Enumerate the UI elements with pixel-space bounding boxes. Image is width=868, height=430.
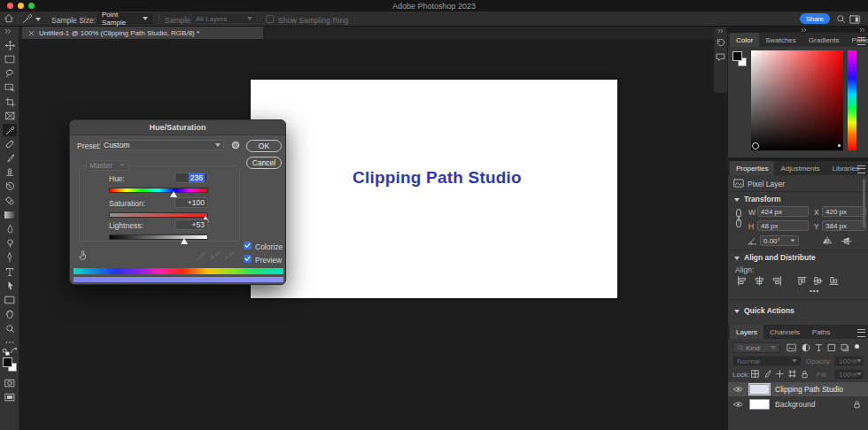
zoom-tool[interactable] [3, 322, 17, 334]
document-tab[interactable]: Untitled-1 @ 100% (Clipping Path Studio,… [22, 27, 263, 39]
lock-all-button[interactable] [801, 370, 809, 379]
workspace-switcher-button[interactable] [849, 15, 860, 24]
chevron-down-icon[interactable] [35, 18, 41, 21]
crop-tool[interactable] [3, 96, 17, 108]
panel-menu-icon[interactable] [857, 329, 865, 337]
flip-vertical-button[interactable] [841, 236, 852, 246]
eyedropper-tool[interactable] [3, 124, 17, 136]
rectangle-tool[interactable] [3, 294, 17, 306]
align-center-horizontal-button[interactable] [755, 276, 764, 286]
layer-name[interactable]: Background [775, 400, 853, 409]
layer-row-clipping-path-studio[interactable]: Clipping Path Studio [728, 382, 868, 396]
layer-thumbnail[interactable] [749, 399, 770, 410]
flip-horizontal-button[interactable] [822, 236, 833, 246]
align-distribute-header[interactable]: Align and Distribute [744, 253, 816, 262]
hue-slider-thumb[interactable] [170, 191, 177, 197]
panel-menu-icon[interactable] [857, 37, 865, 45]
expand-panels-button[interactable] [717, 28, 724, 34]
saturation-slider[interactable] [109, 212, 208, 218]
filter-type-button[interactable] [815, 343, 823, 352]
color-swatch-pair[interactable] [732, 51, 748, 67]
x-field[interactable]: 420 px [822, 206, 866, 217]
preset-options-button[interactable] [230, 140, 241, 150]
colorize-checkbox[interactable] [244, 242, 252, 250]
type-tool[interactable] [3, 265, 17, 278]
angle-field[interactable]: 0.00° [760, 235, 799, 246]
lightness-input[interactable]: +53 [174, 219, 208, 230]
hand-tool[interactable] [3, 308, 17, 320]
foreground-color-swatch[interactable] [732, 51, 742, 61]
scrollbar[interactable] [863, 179, 865, 227]
lock-transparency-button[interactable] [751, 370, 759, 378]
filter-toggle[interactable] [855, 344, 859, 349]
pen-tool[interactable] [3, 251, 17, 264]
hue-strip[interactable] [848, 50, 856, 150]
quick-actions-header[interactable]: Quick Actions [744, 306, 794, 315]
marquee-tool[interactable] [3, 53, 17, 65]
tab-swatches[interactable]: Swatches [759, 33, 802, 47]
tab-layers[interactable]: Layers [730, 325, 763, 339]
history-panel-button[interactable] [716, 38, 725, 48]
tab-channels[interactable]: Channels [763, 325, 806, 339]
blur-tool[interactable] [3, 223, 17, 235]
share-button[interactable]: Share [800, 13, 830, 24]
foreground-background-colors[interactable] [3, 357, 18, 372]
foreground-color-swatch[interactable] [3, 357, 12, 367]
width-field[interactable]: 424 px [757, 206, 809, 217]
y-field[interactable]: 384 px [822, 220, 866, 231]
ok-button[interactable]: OK [246, 140, 282, 152]
edit-toolbar-button[interactable] [3, 336, 17, 349]
filter-kind-dropdown[interactable]: Kind [732, 342, 780, 353]
eraser-tool[interactable] [3, 195, 17, 207]
chevron-down-icon[interactable] [734, 310, 740, 313]
link-dimensions-toggle[interactable] [734, 208, 743, 229]
collapse-toolbar-button[interactable] [4, 28, 12, 35]
filter-pixel-button[interactable] [787, 343, 796, 352]
lock-artboard-button[interactable] [788, 370, 796, 378]
tab-color[interactable]: Color [730, 33, 759, 47]
chevron-down-icon[interactable] [734, 198, 740, 202]
targeted-adjustment-button[interactable] [77, 250, 89, 261]
layer-thumbnail[interactable] [749, 384, 770, 395]
align-more-button[interactable]: ••• [810, 287, 819, 295]
object-selection-tool[interactable] [3, 81, 17, 94]
height-field[interactable]: 48 px [757, 220, 809, 231]
layer-name[interactable]: Clipping Path Studio [775, 385, 843, 394]
lightness-slider[interactable] [109, 234, 208, 240]
sample-size-dropdown[interactable]: Point Sample [97, 13, 152, 24]
hue-input[interactable]: 236 [174, 173, 208, 183]
filter-smart-object-button[interactable] [841, 343, 849, 352]
gradient-tool[interactable] [3, 209, 17, 221]
tab-properties[interactable]: Properties [730, 161, 774, 175]
tab-adjustments[interactable]: Adjustments [774, 161, 825, 175]
default-colors-button[interactable] [3, 349, 10, 356]
lasso-tool[interactable] [3, 67, 17, 80]
move-tool[interactable] [3, 39, 17, 51]
color-picker-ring[interactable] [752, 142, 759, 150]
history-brush-tool[interactable] [3, 180, 17, 193]
preview-checkbox[interactable] [244, 255, 252, 263]
saturation-input[interactable]: +100 [174, 197, 208, 208]
quick-mask-button[interactable] [3, 377, 17, 389]
panel-menu-icon[interactable] [857, 165, 865, 173]
brush-tool[interactable] [3, 152, 17, 165]
tab-gradients[interactable]: Gradients [802, 33, 846, 47]
canvas[interactable]: Clipping Path Studio [251, 80, 617, 298]
hue-slider[interactable] [109, 188, 208, 193]
align-top-button[interactable] [797, 276, 807, 286]
close-tab-icon[interactable] [28, 30, 35, 36]
chevron-down-icon[interactable] [734, 257, 740, 260]
screen-mode-button[interactable] [3, 391, 17, 403]
preset-dropdown[interactable]: Custom [100, 140, 224, 150]
lightness-slider-thumb[interactable] [181, 238, 188, 244]
visibility-toggle[interactable] [733, 386, 743, 393]
tab-paths[interactable]: Paths [806, 325, 836, 339]
cancel-button[interactable]: Cancel [246, 157, 282, 169]
clone-stamp-tool[interactable] [3, 166, 17, 179]
align-right-button[interactable] [772, 276, 782, 286]
filter-shape-button[interactable] [827, 343, 836, 352]
home-button[interactable] [4, 13, 14, 24]
saturation-brightness-field[interactable] [751, 50, 843, 150]
align-bottom-button[interactable] [829, 276, 839, 286]
dialog-title[interactable]: Hue/Saturation [70, 120, 285, 135]
